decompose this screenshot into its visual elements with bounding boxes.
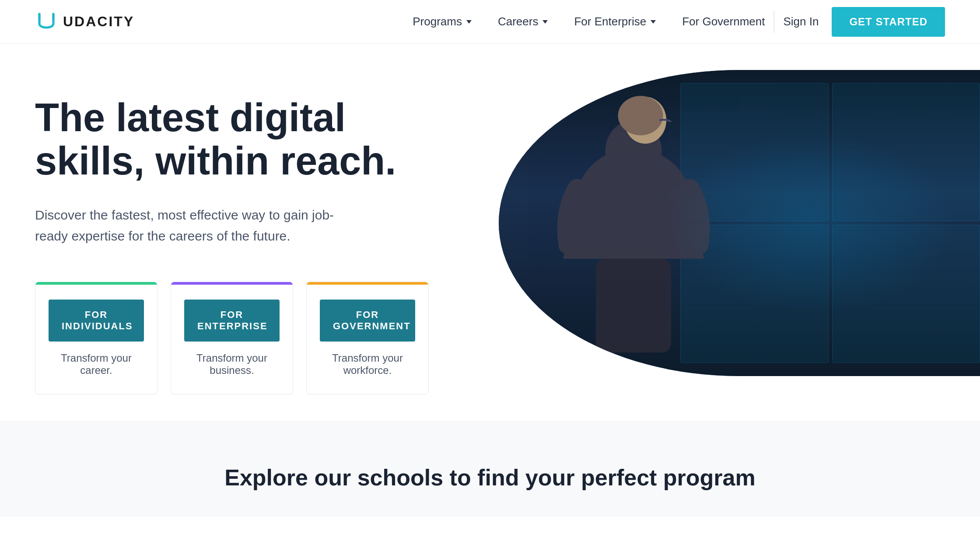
cards-row: FOR INDIVIDUALS Transform your career. F… xyxy=(35,282,429,394)
signin-link[interactable]: Sign In xyxy=(783,15,819,28)
nav-divider xyxy=(774,11,774,33)
hero-title: The latest digital skills, within reach. xyxy=(35,96,429,183)
bottom-section: Explore our schools to find your perfect… xyxy=(0,421,980,517)
nav-item-careers[interactable]: Careers xyxy=(498,15,548,28)
for-individuals-button[interactable]: FOR INDIVIDUALS xyxy=(49,300,144,342)
hero-content: The latest digital skills, within reach.… xyxy=(35,79,429,394)
hero-image-bg xyxy=(499,70,980,376)
hero-subtitle: Discover the fastest, most effective way… xyxy=(35,205,341,247)
hero-section: The latest digital skills, within reach.… xyxy=(0,44,980,394)
bottom-title: Explore our schools to find your perfect… xyxy=(35,464,945,491)
screen-panel-2 xyxy=(832,83,980,221)
nav-item-enterprise[interactable]: For Enterprise xyxy=(574,15,656,28)
chevron-down-icon xyxy=(542,20,548,24)
svg-point-4 xyxy=(618,96,663,135)
udacity-logo-icon xyxy=(35,10,58,33)
card-government-desc: Transform your workforce. xyxy=(320,352,415,377)
nav-item-government[interactable]: For Government xyxy=(682,15,765,28)
chevron-down-icon xyxy=(466,20,472,24)
card-government: FOR GOVERNMENT Transform your workforce. xyxy=(306,282,429,394)
nav-link-government[interactable]: For Government xyxy=(682,15,765,28)
chevron-down-icon xyxy=(651,20,656,24)
brand-name: UDACITY xyxy=(63,14,134,30)
screen-panel-4 xyxy=(832,225,980,363)
hero-image xyxy=(499,70,980,376)
card-enterprise-desc: Transform your business. xyxy=(184,352,280,377)
navbar: UDACITY Programs Careers For Enterprise … xyxy=(0,0,980,44)
get-started-button[interactable]: GET STARTED xyxy=(832,7,945,37)
card-individuals-desc: Transform your career. xyxy=(49,352,144,377)
for-enterprise-button[interactable]: FOR ENTERPRISE xyxy=(184,300,280,342)
nav-link-programs[interactable]: Programs xyxy=(413,15,472,28)
for-government-button[interactable]: FOR GOVERNMENT xyxy=(320,300,415,342)
nav-links: Programs Careers For Enterprise For Gove… xyxy=(413,15,765,28)
person-silhouette xyxy=(508,94,759,376)
logo-area[interactable]: UDACITY xyxy=(35,10,134,33)
nav-link-enterprise[interactable]: For Enterprise xyxy=(574,15,656,28)
nav-item-programs[interactable]: Programs xyxy=(413,15,472,28)
card-individuals: FOR INDIVIDUALS Transform your career. xyxy=(35,282,158,394)
nav-link-careers[interactable]: Careers xyxy=(498,15,548,28)
card-enterprise: FOR ENTERPRISE Transform your business. xyxy=(171,282,293,394)
svg-rect-5 xyxy=(596,259,671,353)
